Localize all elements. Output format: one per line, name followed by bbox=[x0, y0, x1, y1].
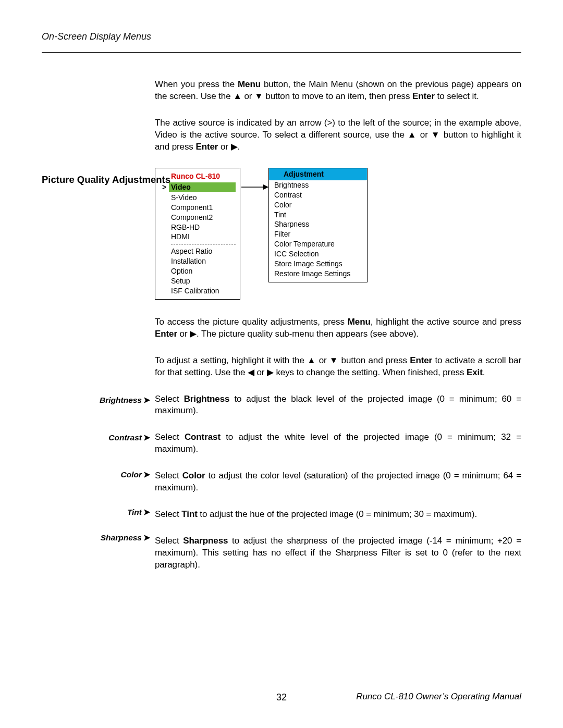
text: To access the picture quality adjustment… bbox=[155, 317, 348, 327]
margin-label-color: Color➤ bbox=[121, 470, 150, 480]
text-bold: Enter bbox=[195, 142, 218, 152]
text-bold: Sharpness bbox=[183, 536, 228, 546]
menu-item: S-Video bbox=[160, 193, 236, 203]
margin-label-sharpness: Sharpness➤ bbox=[101, 533, 150, 544]
color-paragraph: Select Color to adjust the color level (… bbox=[155, 470, 521, 494]
text-bold: Color bbox=[182, 471, 205, 480]
menu-item: Setup bbox=[160, 276, 236, 286]
tint-paragraph: Select Tint to adjust the hue of the pro… bbox=[155, 509, 521, 521]
adjustment-item: Color bbox=[269, 200, 367, 210]
active-source-row: > Video bbox=[160, 182, 236, 192]
text: Select bbox=[155, 432, 185, 442]
text: Select bbox=[155, 394, 184, 404]
menu-item: Aspect Ratio bbox=[160, 246, 236, 256]
text-bold: Enter bbox=[155, 329, 177, 339]
menu-item: Component1 bbox=[160, 203, 236, 213]
svg-marker-1 bbox=[263, 184, 268, 190]
text-bold: Brightness bbox=[184, 394, 230, 404]
text-bold: Menu bbox=[348, 317, 371, 327]
text-bold: Contrast bbox=[185, 432, 221, 442]
text: to adjust the hue of the projected image… bbox=[198, 509, 477, 519]
text: to adjust the color level (saturation) o… bbox=[155, 471, 521, 492]
running-header: On-Screen Display Menus bbox=[42, 30, 521, 43]
adjustment-item: Restore Image Settings bbox=[269, 269, 367, 279]
menu-item: RGB-HD bbox=[160, 223, 236, 232]
main-menu-box: Runco CL-810 > Video S-VideoComponent1Co… bbox=[155, 168, 240, 300]
manual-title: Runco CL-810 Owner’s Operating Manual bbox=[356, 691, 521, 703]
text: , highlight the active source and press bbox=[371, 317, 521, 327]
page-number: 32 bbox=[276, 691, 287, 704]
text-bold: Enter bbox=[412, 91, 435, 101]
menu-item: Installation bbox=[160, 256, 236, 266]
adjustment-item: Tint bbox=[269, 210, 367, 220]
arrow-right-icon bbox=[240, 182, 268, 192]
menu-diagram: Runco CL-810 > Video S-VideoComponent1Co… bbox=[155, 168, 521, 300]
adjustment-item: ICC Selection bbox=[269, 249, 367, 259]
access-paragraph: To access the picture quality adjustment… bbox=[155, 316, 521, 340]
intro-paragraph-2: The active source is indicated by an arr… bbox=[155, 117, 521, 153]
text-bold: Enter bbox=[410, 355, 432, 365]
adjust-paragraph: To adjust a setting, highlight it with t… bbox=[155, 355, 521, 379]
header-rule bbox=[42, 52, 521, 53]
margin-label-brightness: Brightness➤ bbox=[100, 395, 150, 406]
text-bold: Tint bbox=[181, 509, 197, 519]
section-heading: Picture Quality Adjustments bbox=[42, 174, 170, 186]
text: to select it. bbox=[435, 91, 479, 101]
text: When you press the bbox=[155, 79, 238, 89]
text: or ▶. bbox=[218, 142, 240, 152]
text: Select bbox=[155, 471, 182, 480]
active-source-label: Video bbox=[169, 182, 236, 192]
menu-item: ISF Calibration bbox=[160, 286, 236, 296]
sharpness-paragraph: Select Sharpness to adjust the sharpness… bbox=[155, 535, 521, 571]
adjustment-item: Contrast bbox=[269, 190, 367, 200]
adjustment-item: Sharpness bbox=[269, 219, 367, 229]
text: Select bbox=[155, 536, 183, 546]
text: or ▶. The picture quality sub-menu then … bbox=[177, 329, 419, 339]
text: Select bbox=[155, 509, 181, 519]
intro-paragraph-1: When you press the Menu button, the Main… bbox=[155, 79, 521, 103]
menu-item: HDMI bbox=[160, 232, 236, 242]
adjustment-item: Store Image Settings bbox=[269, 259, 367, 269]
adjustment-header: Adjustment bbox=[269, 168, 367, 180]
menu-title: Runco CL-810 bbox=[160, 171, 236, 181]
menu-item: Option bbox=[160, 266, 236, 276]
adjustment-menu-box: Adjustment BrightnessContrastColorTintSh… bbox=[268, 168, 368, 282]
text: To adjust a setting, highlight it with t… bbox=[155, 355, 410, 365]
arrow-connector bbox=[240, 182, 268, 198]
margin-label-tint: Tint➤ bbox=[127, 507, 150, 518]
menu-divider bbox=[171, 244, 236, 244]
margin-label-contrast: Contrast➤ bbox=[108, 433, 150, 443]
adjustment-item: Color Temperature bbox=[269, 239, 367, 249]
text: . bbox=[483, 367, 485, 377]
contrast-paragraph: Select Contrast to adjust the white leve… bbox=[155, 431, 521, 455]
menu-item: Component2 bbox=[160, 213, 236, 223]
brightness-paragraph: Select Brightness to adjust the black le… bbox=[155, 393, 521, 417]
text-bold: Exit bbox=[467, 367, 483, 377]
adjustment-item: Brightness bbox=[269, 180, 367, 190]
text-bold: Menu bbox=[238, 79, 261, 89]
page-footer: 32 Runco CL-810 Owner’s Operating Manual bbox=[42, 691, 521, 703]
adjustment-item: Filter bbox=[269, 229, 367, 239]
